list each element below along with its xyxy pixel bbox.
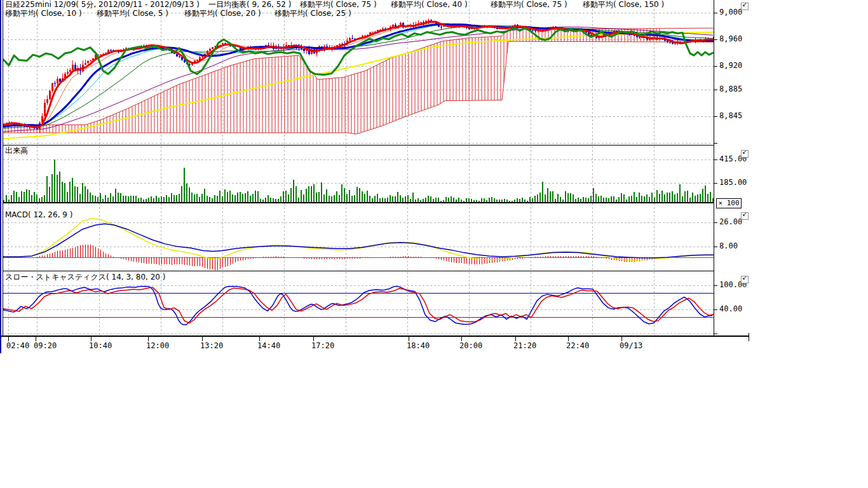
- resize-arrow-icon: ↙: [742, 1, 747, 8]
- resize-arrow-icon: ↙: [742, 274, 747, 281]
- time-axis-label: 02:40: [6, 342, 29, 349]
- indicator-label: 移動平均( Close, 20 ): [184, 10, 261, 18]
- time-axis-label: 14:40: [257, 342, 280, 349]
- price-axis-label: 8,845: [719, 112, 742, 119]
- indicator-label: 移動平均( Close, 75 ): [491, 1, 567, 9]
- pane-scale-button[interactable]: ↙: [741, 150, 749, 158]
- chart-canvas: [0, 0, 868, 488]
- indicator-label: 移動平均( Close, 150 ): [583, 1, 664, 9]
- volume-pane-label: 出来高: [5, 147, 28, 155]
- volume-multiplier-badge: × 100: [716, 198, 742, 208]
- indicator-label: 一目均衡表( 9, 26, 52 ): [208, 1, 291, 9]
- indicator-label: 移動平均( Close, 5 ): [97, 10, 168, 18]
- time-axis-label: 22:40: [566, 342, 589, 349]
- indicator-label: 移動平均( Close, 25 ): [275, 10, 351, 18]
- resize-arrow-icon: ↙: [742, 211, 747, 217]
- time-axis-label: 09:20: [34, 342, 57, 349]
- time-axis-label: 12:00: [146, 342, 169, 349]
- time-axis-label: 13:20: [200, 342, 223, 349]
- price-axis-label: 9,000: [719, 8, 742, 16]
- pane-scale-button[interactable]: ↙: [741, 212, 749, 220]
- time-axis-label: 18:40: [407, 342, 430, 349]
- window-left-edge: [0, 0, 1, 353]
- indicator-label: 日経225mini 12/09( 5分, 2012/09/11 - 2012/0…: [5, 1, 200, 9]
- time-axis-label: 10:40: [89, 342, 112, 349]
- indicator-label: 移動平均( Close, 10 ): [5, 10, 82, 18]
- price-axis-label: 8,885: [719, 85, 742, 93]
- time-axis-label: 17:20: [311, 342, 334, 349]
- time-axis-label: 21:20: [513, 342, 536, 349]
- indicator-label: 移動平均( Close, 75 ): [300, 1, 377, 9]
- macd-pane-label: MACD( 12, 26, 9 ): [5, 211, 72, 219]
- stochastics-pane-label: スロー・ストキャスティクス( 14, 3, 80, 20 ): [5, 273, 165, 281]
- pane-scale-button[interactable]: ↙: [741, 276, 749, 283]
- resize-arrow-icon: ↙: [742, 149, 747, 155]
- stochastics-axis-label: 40.00: [719, 305, 742, 313]
- price-axis-label: 8,960: [719, 35, 742, 43]
- volume-axis-label: 185.00: [719, 179, 747, 186]
- macd-axis-label: 8.00: [719, 242, 738, 250]
- price-axis-label: 8,920: [719, 62, 742, 69]
- macd-axis-label: 26.00: [719, 218, 742, 226]
- time-axis-label: 20:00: [459, 342, 482, 349]
- time-axis-label: 09/13: [620, 342, 642, 349]
- pane-scale-button[interactable]: ↙: [741, 3, 749, 10]
- chart-application-window: 出来高 MACD( 12, 26, 9 ) スロー・ストキャスティクス( 14,…: [0, 0, 868, 488]
- indicator-label: 移動平均( Close, 40 ): [391, 1, 468, 9]
